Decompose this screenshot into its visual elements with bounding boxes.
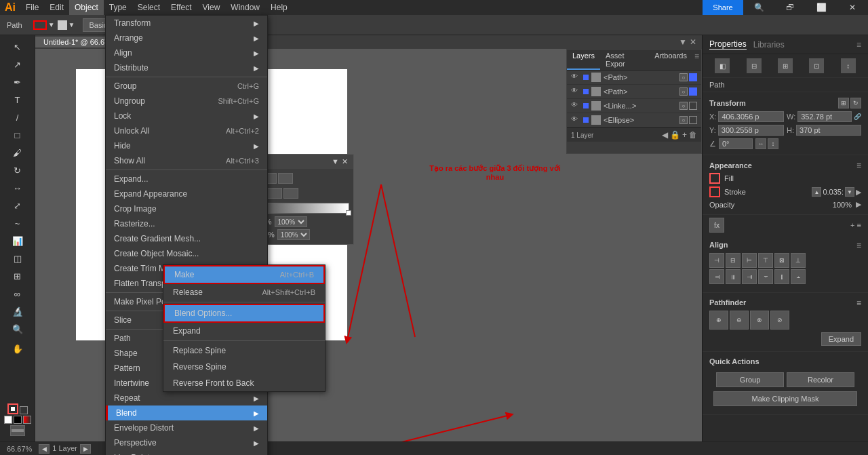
flip-v-btn[interactable]: ↕: [768, 138, 778, 149]
tab-libraries[interactable]: Libraries: [753, 40, 785, 50]
submenu-replace-spine[interactable]: Replace Spine: [163, 342, 325, 359]
share-button[interactable]: Share: [703, 0, 743, 15]
menu-item-live-paint[interactable]: Live Paint ▶: [106, 450, 267, 455]
close-button[interactable]: ✕: [837, 0, 868, 15]
submenu-reverse-spine[interactable]: Reverse Spine: [163, 359, 325, 375]
minimize-button[interactable]: 🗗: [774, 0, 806, 15]
align-right-btn[interactable]: ⊢: [742, 253, 757, 268]
pf-unite-btn[interactable]: ⊕: [709, 311, 728, 330]
panel-icon-1[interactable]: ◧: [715, 58, 730, 73]
align-menu[interactable]: ≡: [856, 241, 861, 250]
menu-item-rasterize[interactable]: Rasterize...: [106, 216, 267, 231]
menu-item-unlock-all[interactable]: Unlock All Alt+Ctrl+2: [106, 123, 267, 138]
layer-select-4[interactable]: [689, 116, 697, 124]
dist-left-btn[interactable]: ⫤: [709, 269, 724, 284]
tool-pen[interactable]: ✒: [9, 74, 26, 90]
make-clipping-mask-btn[interactable]: Make Clipping Mask: [713, 391, 857, 406]
opacity-select[interactable]: 100%: [275, 216, 307, 227]
dist-center-h-btn[interactable]: ⫼: [726, 269, 741, 284]
fx-btn[interactable]: fx: [709, 218, 724, 233]
layers-tab-assets[interactable]: Asset Expor: [600, 50, 649, 70]
menu-item-create-gradient-mesh[interactable]: Create Gradient Mesh...: [106, 231, 267, 246]
dist-top-btn[interactable]: ⫟: [758, 269, 773, 284]
menu-item-create-object-mosaic[interactable]: Create Object Mosaic...: [106, 246, 267, 261]
menu-item-repeat[interactable]: Repeat ▶: [106, 391, 267, 405]
panel-menu-icon[interactable]: ≡: [856, 40, 861, 50]
layers-add[interactable]: +: [682, 130, 687, 140]
layer-target-2[interactable]: ○: [679, 87, 688, 96]
menu-object[interactable]: Object: [69, 0, 104, 15]
status-nav-1[interactable]: ◀: [39, 444, 50, 454]
layers-delete[interactable]: 🗑: [689, 130, 697, 140]
submenu-expand[interactable]: Expand: [163, 323, 325, 339]
transform-icon-1[interactable]: ⊞: [838, 98, 849, 108]
location-select[interactable]: 100%: [277, 229, 310, 240]
add-effect-btn[interactable]: + ≡: [850, 221, 861, 229]
stroke-down[interactable]: ▼: [845, 187, 854, 197]
maximize-button[interactable]: ⬜: [806, 0, 837, 15]
menu-item-lock[interactable]: Lock ▶: [106, 108, 267, 123]
tool-zoom[interactable]: 🔍: [9, 321, 26, 337]
layers-page-nav[interactable]: ◀: [662, 130, 668, 140]
pf-intersect-btn[interactable]: ⊗: [750, 311, 769, 330]
tool-eyedropper[interactable]: 🔬: [9, 303, 26, 319]
layers-tab-layers[interactable]: Layers: [567, 50, 600, 70]
submenu-reverse-front-to-back[interactable]: Reverse Front to Back: [163, 375, 325, 391]
menu-item-show-all[interactable]: Show All Alt+Ctrl+3: [106, 153, 267, 168]
menu-item-distribute[interactable]: Distribute ▶: [106, 60, 267, 75]
x-input[interactable]: 406.3056 p: [718, 111, 784, 122]
dist-bottom-btn[interactable]: ⫠: [791, 269, 806, 284]
panel-icon-2[interactable]: ⊟: [747, 58, 762, 73]
search-button[interactable]: 🔍: [743, 0, 774, 15]
group-btn[interactable]: Group: [716, 372, 784, 387]
panel-icon-5[interactable]: ↕: [841, 58, 856, 73]
menu-item-expand[interactable]: Expand...: [106, 172, 267, 186]
eye-icon-3[interactable]: 👁: [571, 101, 580, 111]
layers-tab-artboards[interactable]: Artboards: [649, 50, 692, 70]
tool-gradient[interactable]: ◫: [9, 250, 26, 266]
pf-exclude-btn[interactable]: ⊘: [770, 311, 789, 330]
canvas-close-btn[interactable]: ✕: [690, 37, 696, 47]
tool-line[interactable]: /: [9, 109, 26, 125]
gradient-minimize[interactable]: ▼: [332, 157, 339, 166]
layer-select-2[interactable]: [689, 87, 697, 96]
tool-reflect[interactable]: ↔: [9, 180, 26, 196]
gradient-close[interactable]: ✕: [342, 157, 348, 166]
menu-view[interactable]: View: [197, 0, 226, 15]
panel-icon-4[interactable]: ⊡: [809, 58, 824, 73]
pf-minus-front-btn[interactable]: ⊖: [730, 311, 749, 330]
align-center-v-btn[interactable]: ⊠: [774, 253, 789, 268]
tool-rotate[interactable]: ↻: [9, 162, 26, 178]
h-input[interactable]: 370 pt: [796, 125, 861, 136]
menu-item-envelope-distort[interactable]: Envelope Distort ▶: [106, 420, 267, 435]
tool-scale[interactable]: ⤢: [9, 197, 26, 214]
menu-help[interactable]: Help: [265, 0, 293, 15]
menu-select[interactable]: Select: [132, 0, 165, 15]
recolor-btn[interactable]: Recolor: [787, 372, 854, 387]
panel-icon-3[interactable]: ⊞: [778, 58, 793, 73]
layer-select-3[interactable]: [689, 102, 697, 110]
layer-target-1[interactable]: ○: [679, 73, 688, 81]
menu-item-transform[interactable]: Transform ▶: [106, 16, 267, 31]
dist-right-btn[interactable]: ⫣: [742, 269, 757, 284]
stroke-up[interactable]: ▲: [812, 187, 821, 197]
gradient-freeform-btn[interactable]: [278, 173, 293, 184]
link-icon[interactable]: 🔗: [854, 113, 861, 120]
status-nav-2[interactable]: ▶: [80, 444, 91, 454]
gradient-stop-right[interactable]: [346, 210, 351, 216]
submenu-make[interactable]: Make Alt+Ctrl+B: [163, 265, 325, 284]
menu-item-perspective[interactable]: Perspective ▶: [106, 435, 267, 450]
menu-edit[interactable]: Edit: [44, 0, 69, 15]
tool-select[interactable]: ↖: [9, 39, 26, 55]
tool-mesh[interactable]: ⊞: [9, 268, 26, 284]
layer-select-1[interactable]: [689, 73, 697, 81]
menu-item-hide[interactable]: Hide ▶: [106, 138, 267, 153]
align-left-btn[interactable]: ⊣: [709, 253, 724, 268]
menu-window[interactable]: Window: [225, 0, 265, 15]
flip-h-btn[interactable]: ↔: [755, 138, 766, 149]
tool-graph[interactable]: 📊: [9, 233, 26, 249]
align-top-btn[interactable]: ⊤: [758, 253, 773, 268]
expand-btn[interactable]: Expand: [821, 332, 861, 346]
menu-item-blend[interactable]: Blend ▶: [106, 405, 267, 420]
menu-file[interactable]: File: [20, 0, 44, 15]
